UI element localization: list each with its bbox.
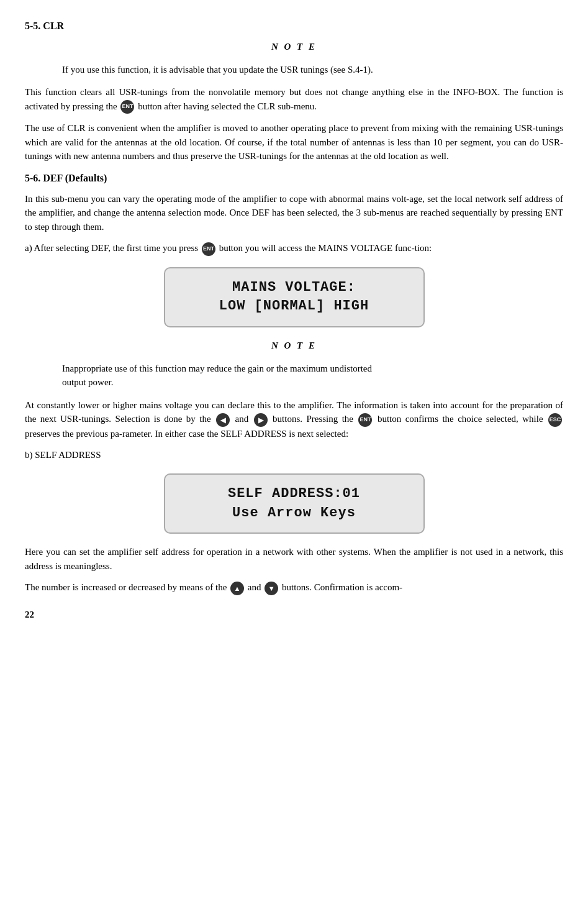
section-clr: 5-5. CLR N O T E If you use this functio… xyxy=(25,19,563,163)
esc-button: ESC xyxy=(548,413,562,427)
def-para-c2: The number is increased or decreased by … xyxy=(25,580,563,595)
display-self-address: SELF ADDRESS:01 Use Arrow Keys xyxy=(164,473,425,534)
ent-button-1: ENT xyxy=(120,100,134,114)
def-para-c1: Here you can set the amplifier self addr… xyxy=(25,545,563,573)
display1-line2: LOW [NORMAL] HIGH xyxy=(178,297,411,316)
def-self-address-label: b) SELF ADDRESS xyxy=(25,448,563,462)
def-para-c2-start: The number is increased or decreased by … xyxy=(25,582,227,592)
ent-button-3: ENT xyxy=(358,413,372,427)
section-def-title: 5-6. DEF (Defaults) xyxy=(25,171,563,186)
def-para-b1-end3: preserves the previous pa-rameter. In ei… xyxy=(25,429,348,439)
display1-line1: MAINS VOLTAGE: xyxy=(178,278,411,298)
def-para-b1-end: buttons. Pressing the xyxy=(273,414,353,424)
note2-line1: Inappropriate use of this function may r… xyxy=(62,363,372,373)
display-mains-voltage: MAINS VOLTAGE: LOW [NORMAL] HIGH xyxy=(164,267,425,328)
note-block-2: N O T E Inappropriate use of this functi… xyxy=(25,339,563,390)
ent-button-2: ENT xyxy=(202,242,215,256)
def-para-b1-and: and xyxy=(235,414,249,424)
def-para-a: a) After selecting DEF, the first time y… xyxy=(25,241,563,256)
left-button: ◀ xyxy=(216,413,230,427)
display2-line2: Use Arrow Keys xyxy=(178,504,411,523)
right-button: ▶ xyxy=(254,413,268,427)
clr-para1: This function clears all USR-tunings fro… xyxy=(25,85,563,114)
page-number: 22 xyxy=(25,608,563,622)
clr-para1b-text: button after having selected the CLR sub… xyxy=(138,101,317,111)
display2-line1: SELF ADDRESS:01 xyxy=(178,485,411,504)
def-para-c2-and: and xyxy=(248,582,261,592)
note1-header: N O T E xyxy=(25,40,563,54)
note2-line2: output power. xyxy=(62,377,114,387)
def-para-a-prefix: a) After selecting DEF, the first time y… xyxy=(25,243,198,253)
def-para-b1-end2: button confirms the choice selected, whi… xyxy=(378,414,543,424)
def-para1: In this sub-menu you can vary the operat… xyxy=(25,192,563,234)
up-button: ▲ xyxy=(230,582,244,595)
note2-text: Inappropriate use of this function may r… xyxy=(62,362,563,390)
clr-para2: The use of CLR is convenient when the am… xyxy=(25,121,563,163)
note-block-1: N O T E If you use this function, it is … xyxy=(25,40,563,76)
down-button: ▼ xyxy=(265,582,278,595)
def-para-b1: At constantly lower or higher mains volt… xyxy=(25,398,563,441)
def-para-a-suffix: button you will access the MAINS VOLTAGE… xyxy=(219,243,432,253)
section-clr-title: 5-5. CLR xyxy=(25,19,563,34)
def-para-c2-end: buttons. Confirmation is accom- xyxy=(282,582,402,592)
note2-header: N O T E xyxy=(25,339,563,353)
section-def: 5-6. DEF (Defaults) In this sub-menu you… xyxy=(25,171,563,595)
note1-text: If you use this function, it is advisabl… xyxy=(62,63,563,77)
